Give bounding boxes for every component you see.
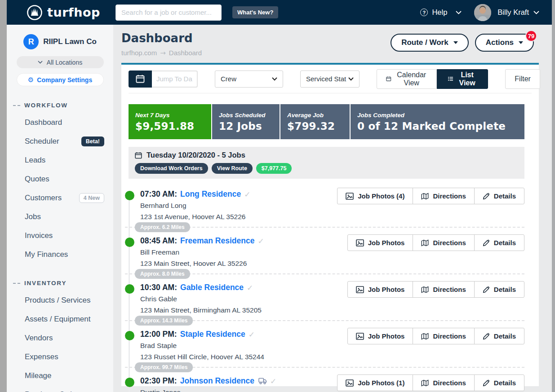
job-actions: Job Photos (4) Directions Details [337, 188, 524, 204]
job-residence-link[interactable]: Long Residence [180, 189, 241, 199]
locations-dropdown[interactable]: All Locations [17, 56, 104, 68]
photo-icon [356, 333, 364, 340]
sidebar-item-products-services[interactable]: Products / Services [7, 291, 113, 310]
user-menu[interactable]: Billy Kraft [462, 4, 539, 21]
sidebar-item-assets-equipment[interactable]: Assets / Equipment [7, 310, 113, 329]
download-work-orders-button[interactable]: Download Work Orders [135, 163, 208, 174]
sidebar-item-dashboard[interactable]: Dashboard [7, 113, 113, 132]
sidebar-item-purchase-orders[interactable]: Purchase Orders [7, 385, 113, 392]
day-title: Tuesday 10/20/2020 - 5 Jobs [135, 151, 518, 159]
job-status-dot [125, 191, 134, 200]
actions-button[interactable]: Actions 79 [475, 34, 534, 52]
job-time: 10:30 AM: [140, 283, 177, 292]
details-button[interactable]: Details [474, 328, 524, 344]
details-button[interactable]: Details [474, 374, 524, 391]
sidebar-item-label: Products / Services [25, 296, 90, 305]
details-button[interactable]: Details [474, 281, 524, 298]
list-view-button[interactable]: List View [437, 69, 488, 89]
details-button[interactable]: Details [474, 188, 524, 204]
filter-toolbar: Crew Serviced Stat [129, 65, 532, 93]
job-residence-link[interactable]: Johnson Residence [180, 376, 254, 386]
directions-button[interactable]: Directions [413, 234, 474, 251]
directions-button[interactable]: Directions [413, 188, 474, 204]
sidebar-item-jobs[interactable]: Jobs [7, 207, 113, 226]
main-header: Dashboard turfhop.com→Dashboard Route / … [113, 25, 552, 57]
crew-select[interactable]: Crew [215, 70, 283, 88]
day-total-badge: $7,977.75 [256, 163, 292, 174]
actions-label: Actions [486, 38, 514, 47]
sidebar-item-invoices[interactable]: Invoices [7, 226, 113, 245]
breadcrumb-root[interactable]: turfhop.com [121, 49, 157, 57]
stat-label: Jobs Scheduled [219, 112, 273, 119]
checkmark-icon [249, 330, 255, 339]
map-icon [421, 379, 429, 387]
job-photos-button[interactable]: Job Photos [347, 281, 413, 298]
chevron-down-icon [533, 11, 539, 14]
sidebar-item-label: My Finances [25, 250, 68, 259]
sidebar-item-vendors[interactable]: Vendors [7, 329, 113, 348]
job-photos-button[interactable]: Job Photos (1) [337, 374, 413, 391]
job-row: 12:00 PM: Staple Residence Brad Staple 1… [125, 325, 524, 372]
company-settings-button[interactable]: ⚙ Company Settings [17, 73, 104, 86]
directions-label: Directions [433, 379, 466, 387]
directions-button[interactable]: Directions [413, 374, 474, 391]
job-actions: Job Photos Directions Details [347, 281, 524, 298]
job-actions: Job Photos Directions Details [347, 328, 524, 344]
stat-next-7-days: Next 7 Days $9,591.88 [129, 104, 211, 139]
help-label: Help [432, 8, 447, 17]
help-menu[interactable]: Help [420, 8, 462, 17]
beta-badge: Beta! [81, 137, 104, 146]
sidebar-item-mileage[interactable]: Mileage [7, 366, 113, 385]
job-photos-button[interactable]: Job Photos (4) [337, 188, 413, 204]
photo-icon [346, 379, 354, 387]
checkmark-icon [258, 237, 264, 246]
top-navbar: turfhop What's New? Help Billy Kraft [7, 0, 552, 25]
job-residence-link[interactable]: Gable Residence [180, 283, 244, 292]
calendar-view-button[interactable]: Calendar View [377, 69, 437, 89]
sidebar-item-leads[interactable]: Leads [7, 151, 113, 170]
user-name: Billy Kraft [497, 8, 529, 17]
job-status-dot [125, 331, 134, 340]
route-work-button[interactable]: Route / Work [391, 34, 469, 52]
job-residence-link[interactable]: Staple Residence [180, 330, 245, 339]
job-actions: Job Photos Directions Details [347, 234, 524, 251]
stat-label: Jobs Completed [357, 112, 518, 119]
details-label: Details [494, 239, 516, 247]
jobs-list: 07:30 AM: Long Residence Bernhard Long 1… [125, 185, 524, 392]
job-address: 123 Main Street, Hoover AL 35226 [140, 259, 524, 268]
serviced-status-select[interactable]: Serviced Stat [300, 70, 360, 88]
section-workflow: WORKFLOW [13, 102, 113, 109]
date-picker-button[interactable] [129, 70, 152, 88]
caret-down-icon [519, 41, 523, 44]
sidebar-item-expenses[interactable]: Expenses [7, 348, 113, 366]
sidebar-item-quotes[interactable]: Quotes [7, 170, 113, 189]
main-area: Dashboard turfhop.com→Dashboard Route / … [113, 25, 552, 392]
filter-button[interactable]: Filter [505, 69, 540, 89]
jump-to-date-input[interactable] [152, 70, 198, 88]
sidebar-item-scheduler[interactable]: Scheduler Beta! [7, 132, 113, 151]
whats-new-button[interactable]: What's New? [232, 6, 278, 18]
job-time: 07:30 AM: [140, 189, 177, 199]
sidebar-item-customers[interactable]: Customers 4 New [7, 189, 113, 207]
scrollbar[interactable] [552, 0, 555, 392]
details-button[interactable]: Details [474, 234, 524, 251]
directions-button[interactable]: Directions [413, 281, 474, 298]
sidebar-item-my-finances[interactable]: My Finances [7, 245, 113, 264]
chevron-down-icon [272, 77, 277, 81]
miles-badge: Approx. 99.7 Miles [135, 362, 193, 372]
view-route-button[interactable]: View Route [212, 163, 253, 174]
search-input[interactable] [115, 4, 222, 21]
job-photos-button[interactable]: Job Photos [347, 328, 413, 344]
job-residence-link[interactable]: Freeman Residence [180, 236, 254, 246]
job-photos-label: Job Photos (1) [358, 379, 404, 387]
details-label: Details [494, 379, 516, 387]
stat-value: 0 of 12 Marked Complete [357, 120, 518, 132]
job-row: 02:30 PM: Johnson Residence Dustin Jones… [125, 372, 524, 392]
stat-jobs-completed: Jobs Completed 0 of 12 Marked Complete [351, 104, 524, 139]
stat-value: $9,591.88 [135, 120, 204, 132]
header-buttons: Route / Work Actions 79 [391, 34, 534, 52]
directions-button[interactable]: Directions [413, 328, 474, 344]
brand[interactable]: turfhop [27, 4, 115, 21]
job-photos-button[interactable]: Job Photos [347, 234, 413, 251]
stats-bar: Next 7 Days $9,591.88 Jobs Scheduled 12 … [129, 104, 524, 139]
